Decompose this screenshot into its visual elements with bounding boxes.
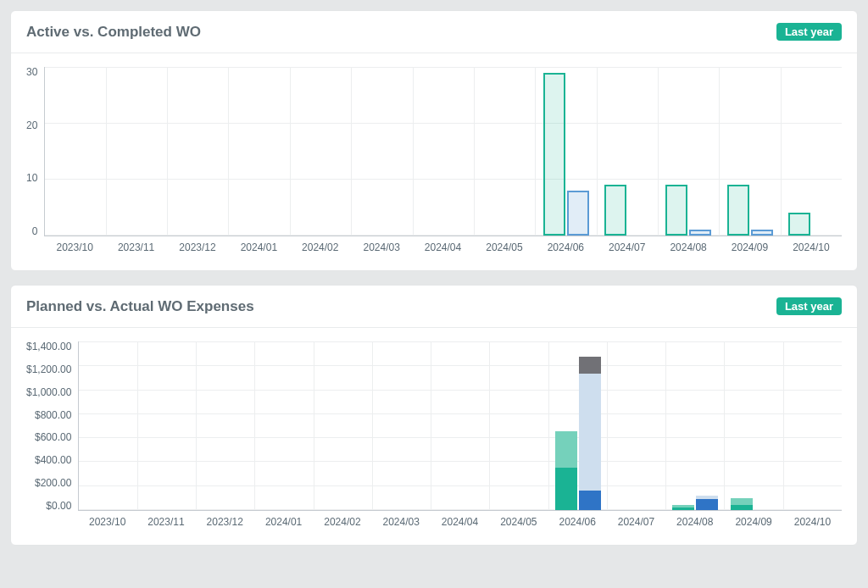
category [79, 341, 137, 510]
x-tick: 2024/06 [535, 241, 596, 253]
bar-segment [696, 499, 718, 510]
category [352, 67, 413, 236]
chart-title: Planned vs. Actual WO Expenses [26, 298, 254, 315]
chart-header: Planned vs. Actual WO Expenses Last year [11, 286, 857, 328]
y-tick: $600.00 [35, 432, 71, 442]
x-tick: 2023/12 [167, 241, 228, 253]
category [314, 341, 372, 510]
y-tick: $200.00 [35, 478, 71, 488]
chart-header: Active vs. Completed WO Last year [11, 11, 857, 53]
bar [751, 230, 773, 236]
y-tick: $800.00 [35, 410, 71, 420]
bar-segment [579, 374, 601, 491]
x-tick: 2024/03 [372, 516, 431, 528]
bar [731, 498, 753, 510]
category [536, 67, 597, 236]
category [138, 341, 197, 510]
bar [665, 185, 687, 236]
bar [604, 185, 626, 236]
category [372, 341, 431, 510]
x-tick: 2024/10 [783, 516, 842, 528]
plot-area [44, 67, 842, 236]
bar-segment [672, 508, 694, 510]
time-range-badge[interactable]: Last year [776, 23, 842, 41]
chart-body: $1,400.00$1,200.00$1,000.00$800.00$600.0… [11, 328, 857, 545]
x-tick: 2024/06 [548, 516, 607, 528]
x-tick: 2024/09 [719, 241, 780, 253]
x-tick: 2024/01 [228, 241, 289, 253]
y-tick: 10 [26, 173, 37, 183]
category [607, 341, 665, 510]
y-tick: $1,000.00 [26, 387, 71, 397]
category [431, 341, 490, 510]
chart-card-expenses: Planned vs. Actual WO Expenses Last year… [10, 285, 858, 546]
y-axis: 3020100 [26, 67, 44, 236]
bar-segment [731, 498, 753, 506]
x-axis: 2023/102023/112023/122024/012024/022024/… [78, 516, 842, 528]
x-tick: 2024/09 [724, 516, 782, 528]
category [725, 341, 783, 510]
y-tick: 20 [26, 120, 37, 130]
category [474, 67, 535, 236]
category [168, 67, 229, 236]
bar [689, 230, 711, 236]
x-tick: 2023/10 [44, 241, 105, 253]
x-axis: 2023/102023/112023/122024/012024/022024/… [44, 241, 842, 253]
plot-area [78, 341, 842, 511]
category [597, 67, 658, 236]
category [719, 67, 780, 236]
x-tick: 2024/04 [412, 241, 473, 253]
y-tick: $400.00 [35, 455, 71, 465]
chart-card-active-completed: Active vs. Completed WO Last year 302010… [10, 10, 858, 271]
bar-segment [579, 491, 601, 510]
bar-segment [731, 505, 753, 510]
category [658, 67, 719, 236]
bar-segment [555, 431, 577, 468]
x-tick: 2023/12 [196, 516, 254, 528]
bar [579, 357, 601, 510]
category [665, 341, 724, 510]
x-tick: 2023/11 [105, 241, 166, 253]
x-tick: 2024/07 [597, 241, 658, 253]
y-tick: 0 [32, 226, 38, 236]
x-tick: 2024/03 [351, 241, 412, 253]
x-tick: 2024/02 [290, 241, 351, 253]
chart-title: Active vs. Completed WO [26, 24, 201, 41]
bar [788, 213, 810, 236]
category [290, 67, 351, 236]
bar [727, 185, 749, 236]
x-tick: 2024/08 [658, 241, 719, 253]
bar [672, 505, 694, 510]
bar [567, 191, 589, 236]
chart-body: 3020100 2023/102023/112023/122024/012024… [11, 53, 857, 270]
category [490, 341, 548, 510]
bar-segment [555, 468, 577, 510]
x-tick: 2024/05 [474, 241, 535, 253]
category [45, 67, 106, 236]
bar [543, 73, 565, 236]
x-tick: 2024/07 [607, 516, 665, 528]
y-tick: $0.00 [46, 501, 71, 511]
bar-segment [579, 357, 601, 374]
category [548, 341, 607, 510]
category [229, 67, 290, 236]
x-tick: 2024/01 [254, 516, 313, 528]
bar [696, 496, 718, 510]
category [107, 67, 168, 236]
time-range-badge[interactable]: Last year [776, 297, 842, 315]
y-tick: $1,200.00 [26, 364, 71, 374]
x-tick: 2024/08 [665, 516, 724, 528]
category [255, 341, 314, 510]
x-tick: 2023/11 [136, 516, 195, 528]
x-tick: 2023/10 [78, 516, 136, 528]
y-axis: $1,400.00$1,200.00$1,000.00$800.00$600.0… [26, 341, 78, 511]
x-tick: 2024/10 [781, 241, 842, 253]
category [197, 341, 255, 510]
category [781, 67, 842, 236]
x-tick: 2024/04 [431, 516, 489, 528]
x-tick: 2024/02 [313, 516, 371, 528]
bar [555, 431, 577, 510]
x-tick: 2024/05 [489, 516, 548, 528]
y-tick: $1,400.00 [26, 341, 71, 352]
category [783, 341, 842, 510]
